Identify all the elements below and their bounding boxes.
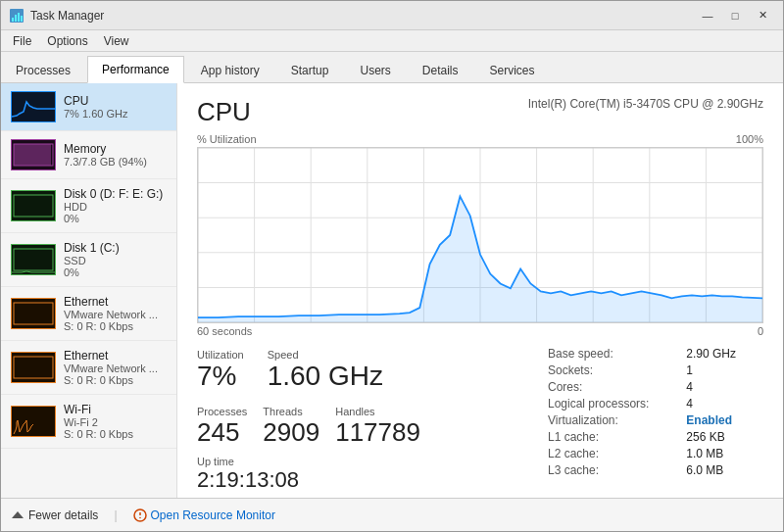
tab-details[interactable]: Details xyxy=(408,57,473,83)
ethernet1-thumbnail xyxy=(11,298,56,329)
base-speed-value: 2.90 GHz xyxy=(686,347,763,361)
virtualization-value: Enabled xyxy=(686,413,763,427)
sidebar-item-ethernet2[interactable]: Ethernet VMware Network ... S: 0 R: 0 Kb… xyxy=(1,341,176,395)
chart-x-right: 0 xyxy=(758,325,763,337)
sidebar: CPU 7% 1.60 GHz Memory 7.3/7.8 GB (94%) xyxy=(1,83,177,498)
disk0-thumbnail xyxy=(11,190,56,221)
sockets-label: Sockets: xyxy=(548,363,676,377)
base-speed-label: Base speed: xyxy=(548,347,676,361)
menu-view[interactable]: View xyxy=(96,32,137,50)
chart-labels-bottom: 60 seconds 0 xyxy=(197,325,763,337)
chart-x-label: 60 seconds xyxy=(197,325,252,337)
ethernet2-thumbnail xyxy=(11,352,56,383)
processes-stat: Processes 245 xyxy=(197,402,247,452)
minimize-button[interactable]: — xyxy=(695,6,720,25)
utilization-label: Utilization xyxy=(197,349,244,361)
svg-rect-8 xyxy=(14,144,51,166)
svg-point-37 xyxy=(139,516,141,518)
svg-marker-34 xyxy=(12,511,24,518)
chart-container xyxy=(197,147,763,323)
disk1-sub2: 0% xyxy=(64,266,167,278)
sidebar-item-cpu[interactable]: CPU 7% 1.60 GHz xyxy=(1,83,176,131)
processes-value: 245 xyxy=(197,417,247,448)
uptime-block: Up time 2:19:13:08 xyxy=(197,456,548,493)
title-controls: — □ ✕ xyxy=(695,6,775,25)
l3cache-label: L3 cache: xyxy=(548,463,676,477)
monitor-icon xyxy=(133,508,147,522)
uptime-label: Up time xyxy=(197,456,548,467)
menu-bar: File Options View xyxy=(1,30,783,52)
logical-processors-label: Logical processors: xyxy=(548,397,676,411)
chart-y-max: 100% xyxy=(736,133,763,145)
cpu-thumbnail xyxy=(11,91,56,122)
threads-label: Threads xyxy=(263,406,319,417)
app-icon xyxy=(9,8,24,24)
disk0-name: Disk 0 (D: F: E: G:) xyxy=(64,187,167,201)
handles-stat: Handles 117789 xyxy=(335,402,420,452)
open-resource-monitor-link[interactable]: Open Resource Monitor xyxy=(133,508,275,522)
disk0-sub2: 0% xyxy=(64,213,167,224)
l2cache-value: 1.0 MB xyxy=(686,447,763,460)
wifi-info: Wi-Fi Wi-Fi 2 S: 0 R: 0 Kbps xyxy=(64,403,167,440)
speed-label: Speed xyxy=(268,349,383,361)
detail-subtitle: Intel(R) Core(TM) i5-3470S CPU @ 2.90GHz xyxy=(528,97,763,111)
svg-rect-3 xyxy=(18,13,20,22)
chevron-up-icon xyxy=(11,508,24,522)
open-resource-monitor-label: Open Resource Monitor xyxy=(151,508,275,522)
ethernet1-sub1: VMware Network ... xyxy=(64,309,167,320)
disk1-sub1: SSD xyxy=(64,255,167,266)
sidebar-item-disk0[interactable]: Disk 0 (D: F: E: G:) HDD 0% xyxy=(1,179,176,233)
cpu-info: CPU 7% 1.60 GHz xyxy=(64,94,167,120)
tab-app-history[interactable]: App history xyxy=(186,57,274,83)
l2cache-label: L2 cache: xyxy=(548,447,676,460)
svg-rect-4 xyxy=(21,16,23,22)
speed-value: 1.60 GHz xyxy=(268,361,383,392)
close-button[interactable]: ✕ xyxy=(750,6,775,25)
tab-startup[interactable]: Startup xyxy=(276,57,344,83)
svg-rect-1 xyxy=(12,18,14,22)
main-content: CPU 7% 1.60 GHz Memory 7.3/7.8 GB (94%) xyxy=(1,83,783,498)
ethernet2-sub1: VMware Network ... xyxy=(64,363,167,374)
tab-performance[interactable]: Performance xyxy=(87,56,184,83)
utilization-stat: Utilization 7% xyxy=(197,345,244,396)
disk1-thumbnail xyxy=(11,244,56,275)
memory-thumbnail xyxy=(11,139,56,170)
disk1-info: Disk 1 (C:) SSD 0% xyxy=(64,241,167,278)
detail-stats-row: Utilization 7% Speed 1.60 GHz Processes … xyxy=(197,345,763,493)
maximize-button[interactable]: □ xyxy=(722,6,748,25)
utilization-value: 7% xyxy=(197,361,244,392)
wifi-sub2: S: 0 R: 0 Kbps xyxy=(64,428,167,440)
detail-header: CPU Intel(R) Core(TM) i5-3470S CPU @ 2.9… xyxy=(197,97,763,127)
logical-processors-value: 4 xyxy=(686,397,763,411)
sockets-value: 1 xyxy=(686,363,763,377)
svg-rect-2 xyxy=(15,15,17,22)
speed-stat: Speed 1.60 GHz xyxy=(268,345,383,396)
memory-info: Memory 7.3/7.8 GB (94%) xyxy=(64,142,167,168)
detail-panel: CPU Intel(R) Core(TM) i5-3470S CPU @ 2.9… xyxy=(177,83,783,498)
svg-rect-5 xyxy=(12,92,55,121)
menu-file[interactable]: File xyxy=(5,32,39,50)
sidebar-item-disk1[interactable]: Disk 1 (C:) SSD 0% xyxy=(1,233,176,287)
sidebar-item-wifi[interactable]: Wi-Fi Wi-Fi 2 S: 0 R: 0 Kbps xyxy=(1,395,176,449)
memory-name: Memory xyxy=(64,142,167,156)
wifi-name: Wi-Fi xyxy=(64,403,167,416)
handles-value: 117789 xyxy=(335,417,420,448)
processes-label: Processes xyxy=(197,406,247,417)
disk0-info: Disk 0 (D: F: E: G:) HDD 0% xyxy=(64,187,167,224)
ethernet1-name: Ethernet xyxy=(64,295,167,309)
fewer-details-button[interactable]: Fewer details xyxy=(11,508,98,522)
cpu-name: CPU xyxy=(64,94,167,108)
chart-y-label: % Utilization xyxy=(197,133,257,145)
chart-labels-top: % Utilization 100% xyxy=(197,133,763,145)
l3cache-value: 6.0 MB xyxy=(686,463,763,477)
menu-options[interactable]: Options xyxy=(39,32,95,50)
disk0-sub1: HDD xyxy=(64,201,167,213)
tab-services[interactable]: Services xyxy=(475,57,550,83)
tab-processes[interactable]: Processes xyxy=(1,57,85,83)
sidebar-item-ethernet1[interactable]: Ethernet VMware Network ... S: 0 R: 0 Kb… xyxy=(1,287,176,341)
title-bar: Task Manager — □ ✕ xyxy=(1,1,783,30)
threads-value: 2909 xyxy=(263,417,319,448)
sidebar-item-memory[interactable]: Memory 7.3/7.8 GB (94%) xyxy=(1,131,176,179)
tab-users[interactable]: Users xyxy=(345,57,405,83)
wifi-thumbnail xyxy=(11,406,56,437)
